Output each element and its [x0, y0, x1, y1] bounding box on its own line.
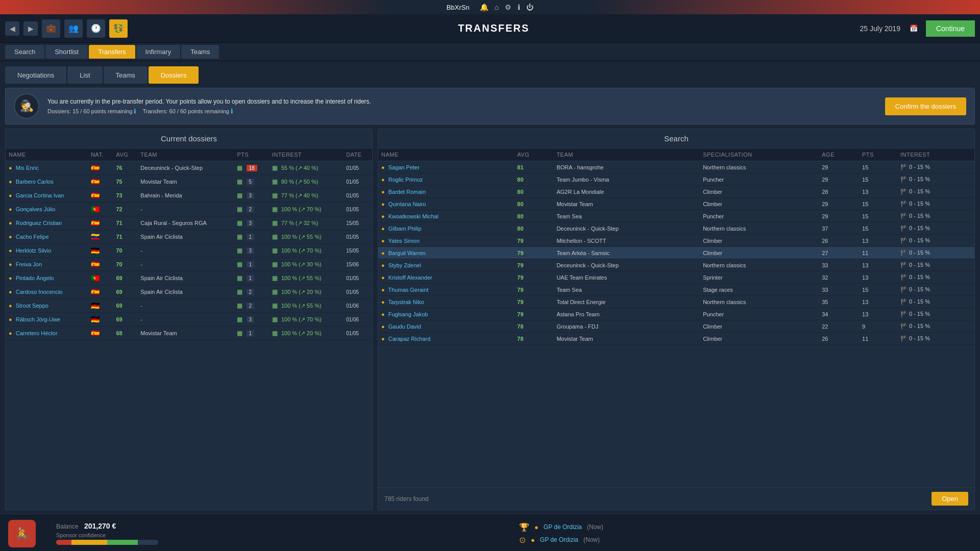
s-rider-name-cell[interactable]: ● Gilbam Philip [378, 222, 514, 235]
s-rider-name[interactable]: Bardet Romain [388, 189, 426, 195]
table-row[interactable]: ● Garcia Cortina Ivan 🇪🇸 73 Bahrain - Me… [6, 189, 372, 203]
info-icon[interactable]: ℹ [518, 3, 520, 11]
sub-tab-list[interactable]: List [67, 66, 102, 84]
table-row[interactable]: ● Rodriguez Cristian 🇪🇸 71 Caja Rural - … [6, 216, 372, 230]
tab-transfers[interactable]: Transfers [89, 45, 135, 59]
s-rider-name[interactable]: Kwoatkowski Michal [388, 213, 438, 219]
power-icon[interactable]: ⏻ [526, 3, 533, 11]
s-rider-name[interactable]: Gilbam Philip [388, 226, 422, 232]
s-rider-name[interactable]: Carapaz Richard [388, 336, 431, 342]
rider-name[interactable]: Garcia Cortina Ivan [16, 192, 64, 198]
table-row[interactable]: ● Sagan Peter 81 BORA - hansgrohe Northe… [378, 161, 974, 173]
rider-name-cell[interactable]: ● Rodriguez Cristian [6, 216, 88, 230]
rider-name[interactable]: Barbero Carlos [16, 179, 54, 185]
s-rider-name[interactable]: Sagan Peter [388, 164, 420, 170]
event-name-2[interactable]: GP de Ordizia [540, 536, 578, 543]
s-rider-name-cell[interactable]: ● Sagan Peter [378, 161, 514, 173]
s-rider-name-cell[interactable]: ● Roglic Primoz [378, 173, 514, 186]
rider-name-cell[interactable]: ● Barbero Carlos [6, 175, 88, 189]
s-rider-name-cell[interactable]: ● Quintana Nairo [378, 198, 514, 210]
table-row[interactable]: ● Quintana Nairo 80 Movistar Team Climbe… [378, 198, 974, 210]
nav-back-button[interactable]: ◀ [5, 21, 19, 36]
continue-button[interactable]: Continue [926, 20, 975, 37]
s-rider-name[interactable]: Fuglsang Jakob [388, 311, 428, 317]
s-rider-name[interactable]: Roglic Primoz [388, 177, 423, 183]
s-rider-name-cell[interactable]: ● Kwoatkowski Michal [378, 210, 514, 222]
table-row[interactable]: ● Gilbam Philip 80 Deceuninck - Quick-St… [378, 222, 974, 235]
rider-name-cell[interactable]: ● Freixa Jon [6, 258, 88, 271]
rider-name-cell[interactable]: ● Stroot Seppo [6, 299, 88, 313]
table-row[interactable]: ● Fuglsang Jakob 79 Astana Pro Team Punc… [378, 308, 974, 320]
nav-people-button[interactable]: 👥 [64, 19, 83, 38]
table-row[interactable]: ● Thumas Geraint 79 Team Sea Stage races… [378, 284, 974, 296]
table-row[interactable]: ● Cardoso Inocencio 🇪🇸 69 Spain Air Cicl… [6, 285, 372, 299]
confirm-dossiers-button[interactable]: Confirm the dossiers [885, 97, 966, 115]
table-row[interactable]: ● Freixa Jon 🇪🇸 70 - ▦ 1 ▦ 100 % (↗ 30 %… [6, 258, 372, 271]
s-rider-name-cell[interactable]: ● Fuglsang Jakob [378, 308, 514, 320]
table-row[interactable]: ● Bardet Romain 80 AG2R La Mondiale Clim… [378, 186, 974, 198]
rider-name[interactable]: Freixa Jon [16, 261, 42, 267]
sub-tab-negotiations[interactable]: Negotiations [5, 66, 66, 84]
s-rider-name[interactable]: Gaudu David [388, 323, 421, 330]
tab-shortlist[interactable]: Shortlist [45, 45, 88, 59]
rider-name[interactable]: Mis Enric [16, 165, 39, 171]
rider-name[interactable]: Rodriguez Cristian [16, 220, 62, 226]
sub-tab-dossiers[interactable]: Dossiers [149, 66, 199, 84]
s-rider-name[interactable]: Barguil Warren [388, 250, 426, 256]
table-row[interactable]: ● Styby Zdenel 79 Deceuninck - Quick-Ste… [378, 259, 974, 271]
nav-forward-button[interactable]: ▶ [23, 21, 38, 36]
rider-name[interactable]: Pintado Ángelo [16, 275, 54, 281]
rider-name-cell[interactable]: ● Räbsch Jörg-Uwe [6, 313, 88, 327]
table-row[interactable]: ● Pintado Ángelo 🇵🇹 69 Spain Air Ciclist… [6, 271, 372, 285]
gear-icon[interactable]: ⚙ [505, 3, 511, 11]
table-row[interactable]: ● Barbero Carlos 🇪🇸 75 Movistar Team ▦ 5… [6, 175, 372, 189]
nav-briefcase-button[interactable]: 💼 [42, 19, 60, 38]
s-rider-name[interactable]: Tarpstrak Niko [388, 299, 424, 305]
table-row[interactable]: ● Stroot Seppo 🇩🇪 69 - ▦ 2 ▦ 100 % (↗ 55… [6, 299, 372, 313]
table-row[interactable]: ● Cacho Felipe 🇻🇪 71 Spain Air Ciclista … [6, 230, 372, 244]
rider-name-cell[interactable]: ● Garcia Cortina Ivan [6, 189, 88, 203]
table-row[interactable]: ● Yates Simon 79 Mitchelton - SCOTT Clim… [378, 235, 974, 247]
s-rider-name-cell[interactable]: ● Styby Zdenel [378, 259, 514, 271]
bell-icon[interactable]: 🔔 [480, 3, 488, 11]
table-row[interactable]: ● Mis Enric 🇪🇸 76 Deceuninck - Quick-Ste… [6, 161, 372, 175]
s-rider-name[interactable]: Kristoff Alexander [388, 274, 432, 281]
calendar-icon[interactable]: 📅 [910, 24, 918, 32]
table-row[interactable]: ● Carretero Héctor 🇪🇸 68 Movistar Team ▦… [6, 327, 372, 340]
rider-name-cell[interactable]: ● Carretero Héctor [6, 327, 88, 340]
table-row[interactable]: ● Carapaz Richard 78 Movistar Team Climb… [378, 333, 974, 345]
table-row[interactable]: ● Kwoatkowski Michal 80 Team Sea Puncher… [378, 210, 974, 222]
rider-name-cell[interactable]: ● Pintado Ángelo [6, 271, 88, 285]
s-rider-name-cell[interactable]: ● Tarpstrak Niko [378, 296, 514, 308]
table-row[interactable]: ● Roglic Primoz 80 Team Jumbo - Visma Pu… [378, 173, 974, 186]
table-row[interactable]: ● Herklotz Silvio 🇩🇪 70 - ▦ 3 ▦ 100 % (↗… [6, 244, 372, 258]
s-rider-name-cell[interactable]: ● Kristoff Alexander [378, 271, 514, 284]
rider-name[interactable]: Herklotz Silvio [16, 247, 52, 254]
s-rider-name-cell[interactable]: ● Carapaz Richard [378, 333, 514, 345]
table-row[interactable]: ● Barguil Warren 79 Team Arkéa - Samsic … [378, 247, 974, 259]
rider-name[interactable]: Cacho Felipe [16, 234, 49, 240]
rider-name[interactable]: Räbsch Jörg-Uwe [16, 316, 60, 322]
tab-teams[interactable]: Teams [181, 45, 219, 59]
rider-name-cell[interactable]: ● Herklotz Silvio [6, 244, 88, 258]
transfers-info-icon[interactable]: ℹ [231, 108, 233, 115]
table-row[interactable]: ● Gonçalves Júlio 🇵🇹 72 - ▦ 2 ▦ 100 % (↗… [6, 203, 372, 216]
sub-tab-teams[interactable]: Teams [104, 66, 148, 84]
home-icon[interactable]: ⌂ [495, 3, 499, 11]
s-rider-name-cell[interactable]: ● Gaudu David [378, 320, 514, 333]
rider-name-cell[interactable]: ● Mis Enric [6, 161, 88, 175]
s-rider-name-cell[interactable]: ● Yates Simon [378, 235, 514, 247]
s-rider-name-cell[interactable]: ● Thumas Geraint [378, 284, 514, 296]
table-row[interactable]: ● Gaudu David 78 Groupama - FDJ Climber … [378, 320, 974, 333]
rider-name[interactable]: Stroot Seppo [16, 303, 48, 309]
nav-clock-button[interactable]: 🕐 [87, 19, 105, 38]
s-rider-name-cell[interactable]: ● Bardet Romain [378, 186, 514, 198]
rider-name[interactable]: Carretero Héctor [16, 330, 58, 336]
table-row[interactable]: ● Kristoff Alexander 79 UAE Team Emirate… [378, 271, 974, 284]
tab-infirmary[interactable]: Infirmary [136, 45, 181, 59]
s-rider-name[interactable]: Yates Simon [388, 238, 420, 244]
table-row[interactable]: ● Räbsch Jörg-Uwe 🇩🇪 69 - ▦ 3 ▦ 100 % (↗… [6, 313, 372, 327]
rider-name-cell[interactable]: ● Cacho Felipe [6, 230, 88, 244]
rider-name[interactable]: Cardoso Inocencio [16, 289, 63, 295]
s-rider-name[interactable]: Thumas Geraint [388, 287, 429, 293]
